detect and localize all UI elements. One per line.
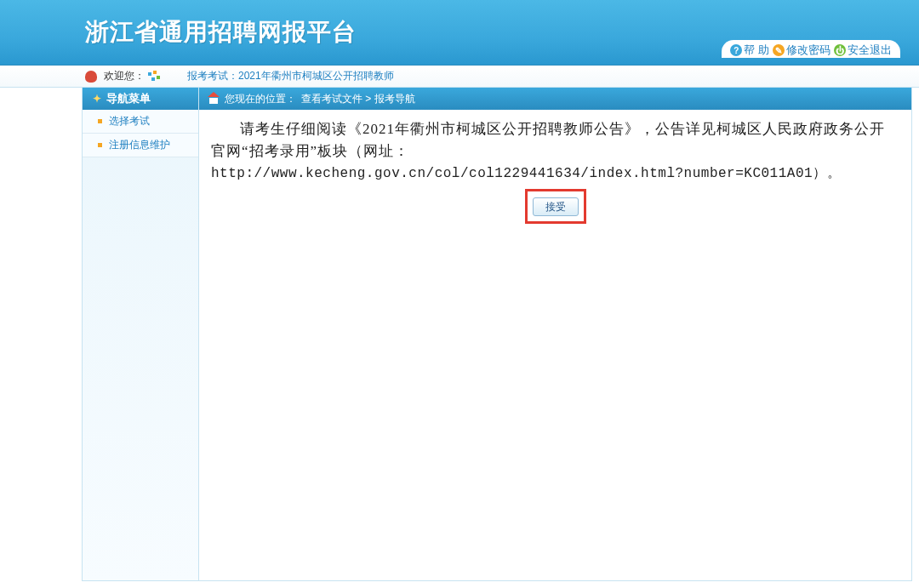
accept-highlight-box: 接受 bbox=[525, 189, 586, 223]
app-header: 浙江省通用招聘网报平台 ?帮 助 ✎修改密码 ⏻安全退出 bbox=[0, 0, 919, 66]
username-placeholder bbox=[148, 71, 163, 83]
help-icon: ? bbox=[730, 44, 742, 56]
app-title: 浙江省通用招聘网报平台 bbox=[85, 16, 357, 49]
exam-label: 报考考试：2021年衢州市柯城区公开招聘教师 bbox=[187, 69, 394, 83]
logout-link[interactable]: ⏻安全退出 bbox=[834, 43, 892, 58]
content-area: 请考生仔细阅读《2021年衢州市柯城区公开招聘教师公告》，公告详见柯城区人民政府… bbox=[199, 110, 911, 580]
accept-button[interactable]: 接受 bbox=[533, 197, 579, 216]
main-panel: 您现在的位置： 查看考试文件 > 报考导航 请考生仔细阅读《2021年衢州市柯城… bbox=[199, 88, 912, 581]
sidebar-item-label: 注册信息维护 bbox=[109, 138, 170, 152]
sidebar: 导航菜单 选择考试 注册信息维护 bbox=[82, 88, 199, 581]
home-icon bbox=[208, 94, 220, 104]
info-bar: 欢迎您： 报考考试：2021年衢州市柯城区公开招聘教师 bbox=[0, 66, 919, 88]
sidebar-item-label: 选择考试 bbox=[109, 114, 150, 128]
help-link[interactable]: ?帮 助 bbox=[730, 43, 769, 58]
bullet-icon bbox=[98, 119, 102, 123]
sidebar-item-profile[interactable]: 注册信息维护 bbox=[83, 134, 198, 157]
power-icon: ⏻ bbox=[834, 44, 846, 56]
sidebar-header: 导航菜单 bbox=[83, 88, 198, 110]
user-icon bbox=[85, 71, 97, 83]
notice-url: http://www.kecheng.gov.cn/col/col1229441… bbox=[211, 163, 899, 185]
key-icon: ✎ bbox=[773, 44, 785, 56]
welcome-label: 欢迎您： bbox=[104, 69, 145, 83]
header-links: ?帮 助 ✎修改密码 ⏻安全退出 bbox=[722, 40, 900, 58]
change-password-link[interactable]: ✎修改密码 bbox=[773, 43, 831, 58]
sidebar-item-select-exam[interactable]: 选择考试 bbox=[83, 110, 198, 134]
notice-paragraph: 请考生仔细阅读《2021年衢州市柯城区公开招聘教师公告》，公告详见柯城区人民政府… bbox=[211, 118, 899, 163]
breadcrumb: 您现在的位置： 查看考试文件 > 报考导航 bbox=[199, 88, 911, 110]
bullet-icon bbox=[98, 143, 102, 147]
